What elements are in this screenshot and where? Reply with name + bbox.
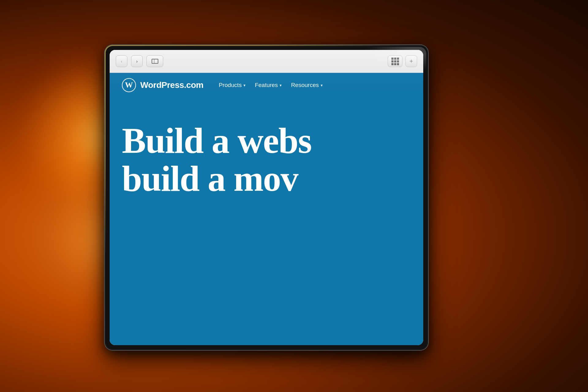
grid-icon xyxy=(391,58,399,65)
nav-features-arrow: ▾ xyxy=(280,83,282,88)
nav-features-label: Features xyxy=(255,82,278,89)
nav-item-products[interactable]: Products ▾ xyxy=(219,82,246,89)
wp-logo-icon: W xyxy=(122,78,136,92)
nav-resources-arrow: ▾ xyxy=(321,83,323,88)
nav-resources-label: Resources xyxy=(291,82,319,89)
hero-section: Build a webs build a mov xyxy=(110,97,423,198)
nav-links: Products ▾ Features ▾ Resources ▾ xyxy=(219,82,323,89)
sidebar-icon xyxy=(152,59,158,64)
browser-right-buttons: + xyxy=(388,55,417,67)
new-tab-button[interactable]: + xyxy=(405,55,417,67)
hero-title: Build a webs build a mov xyxy=(122,122,411,198)
wp-logo-text: WordPress.com xyxy=(140,80,203,90)
hero-line-1: Build a webs xyxy=(122,122,411,160)
wordpress-nav: W WordPress.com Products ▾ Features ▾ Re… xyxy=(110,73,423,97)
nav-products-arrow: ▾ xyxy=(243,83,246,88)
back-icon: ‹ xyxy=(121,58,123,65)
browser-chrome: ‹ › + xyxy=(110,50,423,73)
nav-products-label: Products xyxy=(219,82,242,89)
forward-icon: › xyxy=(136,58,138,65)
sidebar-toggle-button[interactable] xyxy=(146,55,163,67)
screen: ‹ › + xyxy=(110,50,423,345)
website-content: W WordPress.com Products ▾ Features ▾ Re… xyxy=(110,73,423,345)
nav-item-resources[interactable]: Resources ▾ xyxy=(291,82,323,89)
back-button[interactable]: ‹ xyxy=(116,55,127,67)
grid-view-button[interactable] xyxy=(388,55,402,67)
hero-line-2: build a mov xyxy=(122,160,411,198)
forward-button[interactable]: › xyxy=(131,55,143,67)
laptop-frame: ‹ › + xyxy=(104,44,429,351)
plus-icon: + xyxy=(409,57,413,65)
nav-item-features[interactable]: Features ▾ xyxy=(255,82,282,89)
wp-logo[interactable]: W WordPress.com xyxy=(122,78,203,92)
